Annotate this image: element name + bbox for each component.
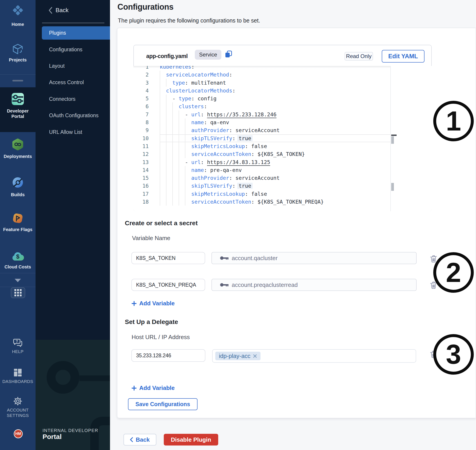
- back-button-label: Back: [136, 436, 150, 443]
- nav-menu-item[interactable]: URL Allow List: [35, 124, 110, 140]
- add-variable-link[interactable]: Add Variable: [132, 300, 175, 307]
- secret-select-value: account.qacluster: [232, 255, 278, 262]
- line-number: 4: [133, 87, 149, 95]
- code-line[interactable]: kubernetes:: [160, 66, 391, 71]
- rail-item-builds[interactable]: Builds: [0, 177, 35, 197]
- feature-flags-icon: [12, 212, 24, 224]
- code-line[interactable]: name: pre-qa-env: [160, 166, 391, 174]
- line-number: 12: [133, 150, 149, 158]
- code-line[interactable]: skipTLSVerify: true: [160, 134, 391, 142]
- user-avatar[interactable]: HM: [14, 429, 23, 438]
- yaml-panel: app-config.yaml Service Read Only Edit Y…: [133, 45, 432, 211]
- code-line[interactable]: skipMetricsLookup: false: [160, 190, 391, 198]
- save-configurations-button[interactable]: Save Configurations: [128, 398, 198, 410]
- secret-select-value: account.preqaclusterread: [232, 281, 298, 289]
- copy-button[interactable]: [224, 50, 233, 59]
- rail-item-label: Cloud Costs: [0, 264, 35, 270]
- cloud-costs-icon: $: [12, 251, 24, 261]
- line-number: 15: [133, 174, 149, 182]
- rail-item-deployments[interactable]: Deployments: [0, 138, 35, 159]
- app-grid-button[interactable]: [11, 287, 25, 298]
- plugin-nav-menu: Plugins Configurations Layout Access Con…: [35, 25, 110, 140]
- rail-collapse-chevron[interactable]: [0, 278, 35, 282]
- code-line[interactable]: - type: config: [160, 95, 391, 102]
- code-line[interactable]: authProvider: serviceAccount: [160, 174, 391, 182]
- rail-item-label: SETTINGS: [0, 413, 35, 418]
- back-nav[interactable]: Back: [49, 7, 69, 14]
- chevron-down-icon: [14, 278, 21, 282]
- copy-icon: [225, 51, 232, 58]
- rail-item-label: HELP: [0, 349, 35, 354]
- host-url-input[interactable]: [131, 349, 205, 362]
- builds-icon: [12, 177, 23, 188]
- rail-item-cloud-costs[interactable]: $ Cloud Costs: [0, 251, 35, 270]
- svg-text:?: ?: [16, 339, 18, 343]
- edit-yaml-button[interactable]: Edit YAML: [382, 50, 424, 63]
- rail-item-account-settings[interactable]: ACCOUNT SETTINGS: [0, 397, 35, 418]
- rail-divider: [0, 273, 35, 273]
- rail-item-projects[interactable]: Projects: [0, 44, 35, 63]
- editor-gutter: 123456789101112131415161718: [133, 66, 149, 206]
- deployments-icon: [12, 138, 24, 151]
- rail-item-help[interactable]: ? HELP: [0, 339, 35, 354]
- delegate-tag-chip[interactable]: idp-play-acc: [215, 352, 260, 360]
- rail-item-label: DASHBOARDS: [0, 379, 35, 384]
- code-line[interactable]: serviceAccountToken: ${K8S_SA_TOKEN_PREQ…: [160, 198, 391, 206]
- subnav-divider: [42, 23, 104, 23]
- yaml-editor[interactable]: 123456789101112131415161718 kubernetes: …: [133, 66, 432, 211]
- chevron-left-icon: [49, 7, 53, 14]
- secret-select[interactable]: account.qacluster: [212, 252, 417, 264]
- code-line[interactable]: type: multiTenant: [160, 79, 391, 87]
- delegate-tags-field[interactable]: idp-play-acc: [212, 349, 416, 363]
- gear-icon: [13, 397, 22, 406]
- secrets-heading: Create or select a secret: [125, 219, 198, 227]
- code-line[interactable]: - url: https://35.233.128.246: [160, 111, 391, 118]
- rail-item-label: Portal: [0, 114, 35, 119]
- rail-item-feature-flags[interactable]: Feature Flags: [0, 212, 35, 232]
- code-line[interactable]: skipMetricsLookup: false: [160, 142, 391, 150]
- nav-menu-item[interactable]: Connectors: [35, 91, 110, 107]
- page-subtitle: The plugin requires the following config…: [118, 17, 260, 24]
- disable-plugin-button[interactable]: Disable Plugin: [164, 434, 218, 445]
- dashboards-icon: [14, 368, 22, 377]
- svg-text:$: $: [16, 253, 20, 260]
- code-line[interactable]: serviceAccountToken: ${K8S_SA_TOKEN}: [160, 150, 391, 158]
- rail-item-label: Deployments: [0, 154, 35, 159]
- variable-name-input[interactable]: [131, 252, 205, 264]
- line-number: 5: [133, 95, 149, 102]
- code-line[interactable]: authProvider: serviceAccount: [160, 126, 391, 134]
- rail-item-label: ACCOUNT: [0, 408, 35, 413]
- nav-menu-item[interactable]: OAuth Configurations: [35, 107, 110, 124]
- rail-item-dashboards[interactable]: DASHBOARDS: [0, 368, 35, 384]
- code-line[interactable]: clusters:: [160, 102, 391, 110]
- add-host-link[interactable]: Add Variable: [132, 385, 175, 391]
- line-number: 8: [133, 118, 149, 126]
- nav-menu-item-label: Configurations: [49, 47, 82, 53]
- rail-collapse-handle[interactable]: [12, 80, 23, 82]
- line-number: 10: [133, 134, 149, 142]
- main-content: Configurations The plugin requires the f…: [110, 0, 476, 450]
- back-button[interactable]: Back: [123, 434, 156, 445]
- projects-icon: [12, 44, 24, 54]
- sidebar-module-rail: Home Projects: [0, 0, 35, 450]
- nav-menu-item[interactable]: Plugins: [42, 26, 110, 40]
- nav-menu-item[interactable]: Layout: [35, 58, 110, 74]
- rail-divider: [0, 74, 35, 75]
- nav-menu-item[interactable]: Configurations: [35, 41, 110, 58]
- code-line[interactable]: skipTLSVerify: true: [160, 182, 391, 190]
- add-variable-label: Add Variable: [139, 300, 175, 307]
- rail-item-home[interactable]: Home: [0, 6, 35, 27]
- remove-tag-button[interactable]: [253, 354, 257, 358]
- line-number: 18: [133, 198, 149, 206]
- secret-select[interactable]: account.preqaclusterread: [212, 279, 417, 291]
- nav-menu-item-label: Access Control: [49, 79, 84, 85]
- variable-name-input[interactable]: [131, 279, 205, 291]
- nav-menu-item[interactable]: Access Control: [35, 74, 110, 91]
- help-icon: ?: [13, 339, 22, 347]
- rail-item-developer-portal[interactable]: Developer Portal: [0, 87, 35, 132]
- code-line[interactable]: clusterLocatorMethods:: [160, 87, 391, 95]
- code-line[interactable]: name: qa-env: [160, 118, 391, 126]
- nav-menu-item-label: Layout: [49, 63, 65, 69]
- code-line[interactable]: serviceLocatorMethod:: [160, 71, 391, 78]
- code-line[interactable]: - url: https://34.83.13.125: [160, 158, 391, 166]
